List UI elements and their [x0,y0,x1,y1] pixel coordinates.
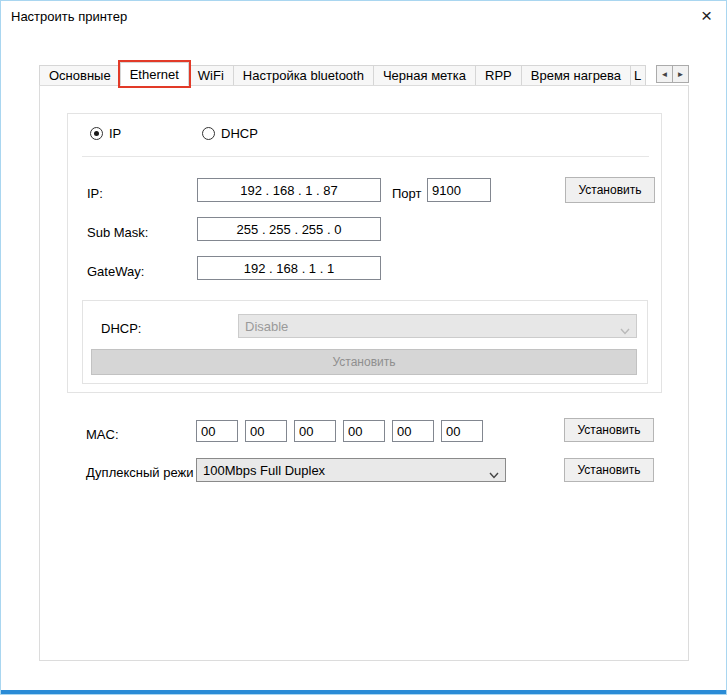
duplex-selected-value: 100Mbps Full Duplex [203,463,325,478]
titlebar: Настроить принтер × [1,1,726,31]
duplex-select[interactable]: 100Mbps Full Duplex [196,458,506,482]
mac-input-6[interactable] [441,420,483,442]
tab-rpp[interactable]: RPP [475,65,522,86]
ip-label: IP: [87,186,103,201]
mac-input-3[interactable] [294,420,336,442]
radio-dhcp-label: DHCP [221,126,258,141]
port-label: Порт [392,186,421,201]
window-bottom-accent [1,690,726,694]
tab-label: Настройка bluetooth [243,68,364,83]
mac-input-1[interactable] [196,420,238,442]
tab-osnovnye[interactable]: Основные [39,65,121,86]
dhcp-label: DHCP: [101,321,141,336]
printer-setup-window: Настроить принтер × Основные Ethernet Wi… [0,0,727,695]
port-input[interactable] [427,178,491,202]
window-title: Настроить принтер [11,9,127,24]
set-duplex-button[interactable]: Установить [564,458,654,482]
tab-label: Основные [49,68,111,83]
set-dhcp-button: Установить [91,349,637,375]
tab-label: Черная метка [383,68,466,83]
close-icon[interactable]: × [701,5,712,27]
radio-dhcp-icon[interactable] [202,127,215,140]
tab-label: Время нагрева [531,68,621,83]
dhcp-select: Disable [238,314,637,338]
set-ip-button[interactable]: Установить [565,177,655,203]
radio-ip-label: IP [109,126,121,141]
tab-scroll-left-icon[interactable]: ◄ [656,65,673,83]
submask-input[interactable] [197,217,381,241]
mac-input-5[interactable] [392,420,434,442]
tab-ethernet[interactable]: Ethernet [120,62,189,86]
mac-input-4[interactable] [343,420,385,442]
tab-heat-time[interactable]: Время нагрева [521,65,631,86]
gateway-input[interactable] [197,256,381,280]
ethernet-tab-page: IP DHCP IP: Порт Установить Sub Mask: Ga… [39,85,689,661]
chevron-down-icon [489,467,499,482]
radio-dhcp[interactable]: DHCP [202,126,258,141]
radio-ip-icon[interactable] [90,127,103,140]
set-mac-button[interactable]: Установить [564,418,654,442]
mac-label: MAC: [86,427,119,442]
submask-label: Sub Mask: [87,225,148,240]
tab-label: RPP [485,68,512,83]
tab-scroll-right-icon[interactable]: ► [672,65,689,83]
tab-bluetooth[interactable]: Настройка bluetooth [233,65,374,86]
gateway-label: GateWay: [87,264,144,279]
tab-black-mark[interactable]: Черная метка [373,65,476,86]
tab-partial[interactable]: L [630,65,646,86]
chevron-down-icon [620,323,630,338]
tab-strip: Основные Ethernet WiFi Настройка bluetoo… [39,62,689,86]
tab-label: WiFi [198,68,224,83]
tab-wifi[interactable]: WiFi [188,65,234,86]
separator [82,156,649,157]
tab-label: Ethernet [130,67,179,82]
dhcp-panel: DHCP: Disable Установить [82,300,648,384]
dhcp-selected-value: Disable [245,319,288,334]
duplex-label: Дуплексный режи [86,465,193,480]
mac-input-2[interactable] [245,420,287,442]
tab-label: L [634,68,641,83]
tab-scroll-control: ◄ ► [657,65,689,83]
ip-input[interactable] [197,178,381,202]
radio-ip[interactable]: IP [90,126,121,141]
network-group: IP DHCP IP: Порт Установить Sub Mask: Ga… [67,113,662,393]
